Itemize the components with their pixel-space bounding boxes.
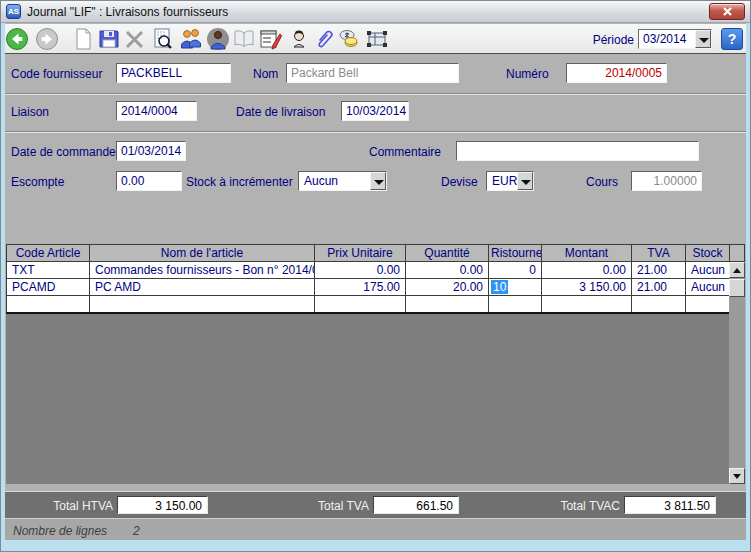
totals-bar: Total HTVA 3 150.00 Total TVA 661.50 Tot… (5, 491, 748, 518)
grid-empty-area (6, 314, 729, 484)
column-header-prix-unitaire[interactable]: Prix Unitaire (315, 245, 406, 262)
stock-incrementer-label: Stock à incrémenter (186, 175, 293, 189)
vertical-scrollbar[interactable] (729, 262, 745, 484)
attachment-icon[interactable] (312, 27, 336, 51)
table-row: PCAMD PC AMD 175.00 20.00 10 3 150.00 21… (7, 279, 730, 296)
column-header-code-article[interactable]: Code Article (7, 245, 90, 262)
stock-incrementer-value: Aucun (299, 172, 370, 190)
cell-prix-unitaire[interactable] (315, 296, 406, 313)
cell-code-article[interactable]: PCAMD (7, 279, 90, 296)
date-livraison-field[interactable]: 10/03/2014 (341, 101, 409, 121)
cell-nom-article[interactable]: Commandes fournisseurs - Bon n° 2014/000… (90, 262, 315, 279)
window-border-bottom (1, 540, 751, 551)
column-header-montant[interactable]: Montant (542, 245, 632, 262)
supplier-icon[interactable] (206, 27, 230, 51)
cell-nom-article[interactable]: PC AMD (90, 279, 315, 296)
total-tva-label: Total TVA (303, 499, 369, 513)
line-count-value: 2 (133, 524, 140, 538)
commentaire-label: Commentaire (369, 145, 441, 159)
print-preview-icon[interactable] (151, 27, 175, 51)
cell-montant[interactable] (542, 296, 632, 313)
cell-tva[interactable]: 21.00 (632, 262, 686, 279)
save-icon[interactable] (97, 27, 121, 51)
calendar-edit-icon[interactable] (259, 27, 283, 51)
date-commande-field[interactable]: 01/03/2014 (116, 141, 186, 161)
escompte-label: Escompte (11, 175, 64, 189)
cell-code-article[interactable]: TXT (7, 262, 90, 279)
cell-montant[interactable]: 3 150.00 (542, 279, 632, 296)
column-header-tva[interactable]: TVA (632, 245, 686, 262)
app-icon[interactable]: AS (6, 4, 21, 19)
articles-table: Code Article Nom de l'article Prix Unita… (6, 244, 730, 314)
title-bar: AS Journal "LIF" : Livraisons fournisseu… (1, 1, 751, 23)
cell-stock[interactable]: Aucun (686, 279, 730, 296)
catalog-icon[interactable] (232, 27, 256, 51)
selected-cell-text: 10 (491, 280, 508, 294)
chevron-down-icon[interactable] (695, 30, 711, 48)
payment-icon[interactable] (337, 27, 361, 51)
code-fournisseur-field[interactable]: PACKBELL (116, 63, 231, 83)
scrollbar-header-stub (729, 244, 745, 262)
close-icon (723, 7, 732, 16)
escompte-field[interactable]: 0.00 (116, 171, 182, 191)
contact-icon[interactable] (287, 27, 311, 51)
help-button[interactable]: ? (721, 28, 743, 50)
toolbar: Période 03/2014 ? (1, 24, 751, 54)
total-tvac-field: 3 811.50 (624, 496, 716, 514)
suppliers-icon[interactable] (179, 27, 203, 51)
new-document-icon[interactable] (71, 27, 95, 51)
total-tva-field: 661.50 (373, 496, 459, 514)
cours-field: 1.00000 (631, 171, 702, 191)
back-icon[interactable] (5, 27, 29, 51)
stock-incrementer-select[interactable]: Aucun (298, 171, 387, 191)
cell-quantite[interactable] (406, 296, 489, 313)
cell-ristourne[interactable]: 0 (489, 262, 542, 279)
form-grid-icon[interactable] (365, 27, 389, 51)
cell-code-article[interactable] (7, 296, 90, 313)
cell-nom-article[interactable] (90, 296, 315, 313)
cell-tva[interactable] (632, 296, 686, 313)
window-title: Journal "LIF" : Livraisons fournisseurs (27, 5, 228, 19)
commentaire-field[interactable] (456, 141, 699, 161)
line-count-label: Nombre de lignes (13, 524, 107, 538)
column-header-nom-article[interactable]: Nom de l'article (90, 245, 315, 262)
articles-grid: Code Article Nom de l'article Prix Unita… (6, 244, 745, 484)
column-header-quantite[interactable]: Quantité (406, 245, 489, 262)
period-select[interactable]: 03/2014 (638, 29, 712, 49)
cell-prix-unitaire[interactable]: 0.00 (315, 262, 406, 279)
table-row: TXT Commandes fournisseurs - Bon n° 2014… (7, 262, 730, 279)
cell-quantite[interactable]: 20.00 (406, 279, 489, 296)
section-divider (5, 93, 748, 95)
scrollbar-thumb[interactable] (729, 279, 745, 297)
status-bar: Nombre de lignes 2 (5, 518, 748, 542)
code-fournisseur-label: Code fournisseur (11, 67, 102, 81)
chevron-down-icon[interactable] (517, 172, 533, 190)
section-divider (5, 131, 748, 133)
nom-field: Packard Bell (286, 63, 459, 83)
date-livraison-label: Date de livraison (236, 105, 325, 119)
devise-label: Devise (441, 175, 478, 189)
chevron-down-icon[interactable] (370, 172, 386, 190)
cell-prix-unitaire[interactable]: 175.00 (315, 279, 406, 296)
numero-field[interactable]: 2014/0005 (566, 63, 667, 83)
date-commande-label: Date de commande (11, 145, 116, 159)
scroll-up-icon[interactable] (729, 262, 745, 278)
close-button[interactable] (709, 3, 745, 20)
app-window: AS Journal "LIF" : Livraisons fournisseu… (0, 0, 751, 552)
cell-stock[interactable]: Aucun (686, 262, 730, 279)
devise-select[interactable]: EUR (486, 171, 534, 191)
total-htva-field: 3 150.00 (117, 496, 208, 514)
cell-montant[interactable]: 0.00 (542, 262, 632, 279)
cell-quantite[interactable]: 0.00 (406, 262, 489, 279)
cell-stock[interactable] (686, 296, 730, 313)
cell-ristourne-editing[interactable]: 10 (489, 279, 542, 296)
forward-icon[interactable] (35, 27, 59, 51)
column-header-stock[interactable]: Stock (686, 245, 730, 262)
cell-tva[interactable]: 21.00 (632, 279, 686, 296)
scroll-down-icon[interactable] (729, 468, 745, 484)
delete-icon[interactable] (123, 27, 147, 51)
total-tvac-label: Total TVAC (548, 499, 620, 513)
column-header-ristourne[interactable]: Ristourne (489, 245, 542, 262)
cell-ristourne[interactable] (489, 296, 542, 313)
liaison-field[interactable]: 2014/0004 (116, 101, 197, 121)
